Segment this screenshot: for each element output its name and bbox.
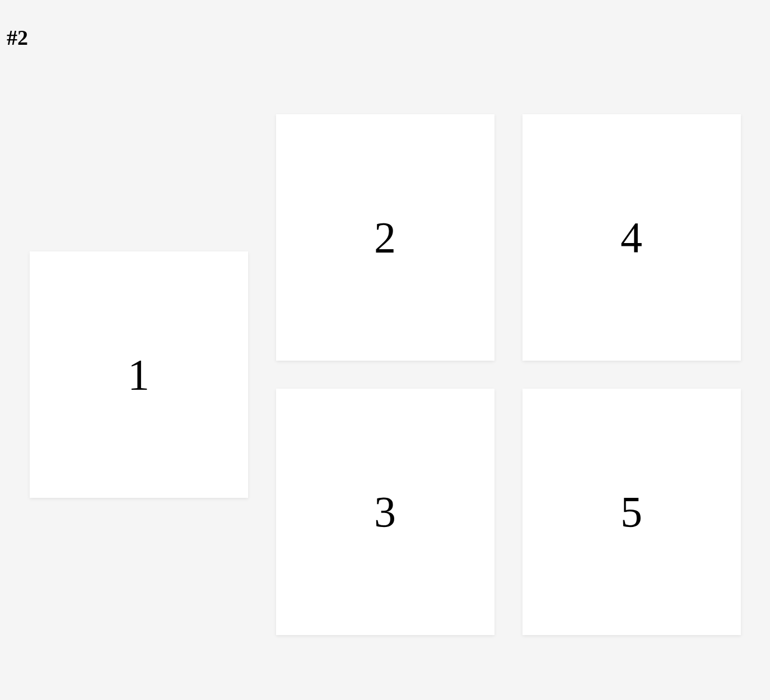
card-4: 4 — [522, 114, 741, 361]
card-5: 5 — [522, 389, 741, 635]
column-3: 4 5 — [522, 114, 741, 635]
page-title: #2 — [0, 0, 770, 50]
card-2: 2 — [276, 114, 494, 361]
column-1: 1 — [30, 251, 248, 498]
column-2: 2 3 — [276, 114, 494, 635]
card-1: 1 — [30, 251, 248, 498]
card-grid: 1 2 3 4 5 — [0, 50, 770, 694]
card-3: 3 — [276, 389, 494, 635]
